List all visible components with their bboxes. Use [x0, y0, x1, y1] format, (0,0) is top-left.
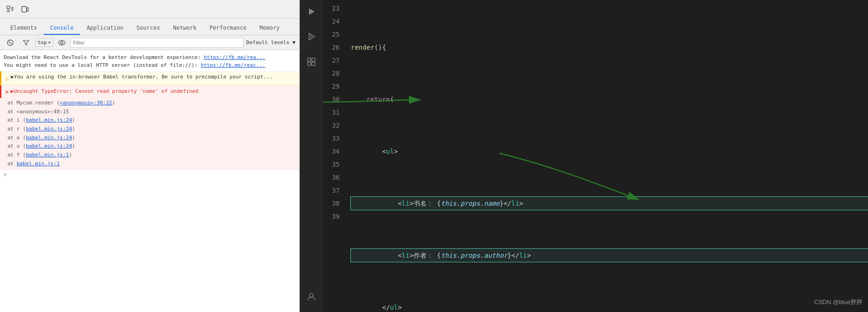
filter-input[interactable]: [70, 38, 244, 48]
code-line-25: <ul>: [351, 145, 868, 158]
tab-memory[interactable]: Memory: [253, 22, 286, 35]
stack-link-8[interactable]: babel.min.js:1: [17, 161, 60, 167]
stack-link-7[interactable]: babel.min.js:1: [26, 152, 69, 158]
toolbar-left: [4, 3, 32, 16]
warn-icon: ⚠: [5, 73, 9, 83]
svg-marker-12: [309, 8, 315, 15]
code-line-28: </ul>: [351, 301, 868, 312]
tab-network[interactable]: Network: [166, 22, 203, 35]
svg-point-11: [60, 41, 63, 44]
stack-frame-8: at babel.min.js:1: [7, 160, 299, 169]
tab-performance[interactable]: Performance: [203, 22, 253, 35]
svg-marker-13: [309, 33, 315, 40]
context-selector-dropdown: ▾: [48, 39, 51, 46]
device-toolbar-icon[interactable]: [19, 3, 32, 16]
account-icon[interactable]: [303, 289, 319, 305]
filter-icon[interactable]: [20, 36, 33, 49]
error-header: ✕ ▶Uncaught TypeError: Cannot read prope…: [5, 87, 296, 96]
run-icon[interactable]: [303, 4, 319, 20]
error-header-text: ▶Uncaught TypeError: Cannot read propert…: [11, 88, 198, 94]
log-level-selector[interactable]: Default levels ▼: [246, 39, 296, 46]
watermark: CSDN @blue胖胖: [814, 298, 862, 306]
tab-console[interactable]: Console: [44, 22, 80, 35]
debug-icon[interactable]: [303, 29, 319, 45]
devtools-panel: Elements Console Application Sources Net…: [0, 0, 300, 312]
react-devtools-link-2[interactable]: https://fb.me/reac...: [201, 62, 265, 68]
stack-frame-6: at u (babel.min.js:24): [7, 142, 299, 151]
code-area: 23 24 25 26 27 28 29 30 31 32 33 34 35 3…: [323, 0, 868, 312]
svg-rect-16: [312, 58, 315, 61]
svg-rect-15: [308, 58, 311, 61]
editor-sidebar: [300, 0, 323, 312]
svg-rect-17: [308, 62, 311, 65]
live-expressions-icon[interactable]: [56, 37, 67, 48]
devtools-toolbar: [0, 0, 299, 19]
code-line-24: return(: [351, 93, 868, 106]
console-toolbar: top ▾ Default levels ▼: [0, 35, 299, 50]
console-prompt[interactable]: >: [0, 169, 299, 179]
log-level-label: Default levels ▼: [246, 39, 296, 46]
prompt-arrow: >: [4, 172, 7, 177]
stack-frame-2: at <anonymous>:48:15: [7, 108, 299, 117]
context-selector-label: top: [38, 39, 47, 46]
stack-frame-4: at r (babel.min.js:24): [7, 125, 299, 134]
svg-rect-18: [312, 62, 315, 65]
layout-icon[interactable]: [303, 54, 319, 70]
clear-console-icon[interactable]: [4, 36, 17, 49]
error-stack-trace: at Mycom.render (<anonymous>:30:22) at <…: [0, 98, 299, 169]
inspect-element-icon[interactable]: [4, 3, 17, 16]
stack-frame-5: at o (babel.min.js:24): [7, 134, 299, 143]
svg-point-19: [309, 293, 313, 297]
stack-link-6[interactable]: babel.min.js:24: [26, 143, 72, 149]
console-output: Download the React DevTools for a better…: [0, 50, 299, 312]
code-editor-panel: 23 24 25 26 27 28 29 30 31 32 33 34 35 3…: [300, 0, 868, 312]
stack-frame-7: at f (babel.min.js:1): [7, 151, 299, 160]
console-error-section[interactable]: ✕ ▶Uncaught TypeError: Cannot read prope…: [0, 85, 299, 98]
tab-elements[interactable]: Elements: [4, 22, 44, 35]
code-line-26: <li>书名： {this.props.name}</li>: [351, 197, 868, 210]
tab-sources[interactable]: Sources: [130, 22, 167, 35]
svg-line-9: [9, 41, 12, 44]
stack-link-3[interactable]: babel.min.js:24: [26, 117, 72, 123]
devtools-tabs: Elements Console Application Sources Net…: [0, 19, 299, 35]
code-line-23: render(){: [351, 41, 868, 54]
svg-rect-6: [22, 6, 26, 12]
svg-rect-7: [27, 8, 29, 11]
stack-link-4[interactable]: babel.min.js:24: [26, 126, 72, 132]
console-warn-message: ⚠ ▶You are using the in-browser Babel tr…: [0, 72, 299, 85]
console-info-message-1: Download the React DevTools for a better…: [0, 52, 299, 72]
stack-frame-1: at Mycom.render (<anonymous>:30:22): [7, 99, 299, 108]
svg-rect-0: [7, 6, 10, 9]
tab-application[interactable]: Application: [80, 22, 130, 35]
svg-point-10: [59, 40, 65, 45]
stack-link-5[interactable]: babel.min.js:24: [26, 135, 72, 141]
context-selector[interactable]: top ▾: [35, 38, 53, 47]
warn-text: ▶You are using the in-browser Babel tran…: [11, 73, 272, 81]
stack-link-1[interactable]: <anonymous>:30:22: [60, 100, 112, 106]
stack-frame-3: at i (babel.min.js:24): [7, 116, 299, 125]
code-line-27: <li>作者： {this.props.author}</li>: [351, 249, 868, 262]
error-icon: ✕: [5, 88, 9, 95]
code-content: render(){ return( <ul> <li>书名： {this.pro…: [351, 0, 868, 312]
line-numbers: 23 24 25 26 27 28 29 30 31 32 33 34 35 3…: [323, 0, 345, 312]
react-devtools-link-1[interactable]: https://fb.me/rea...: [204, 54, 265, 60]
